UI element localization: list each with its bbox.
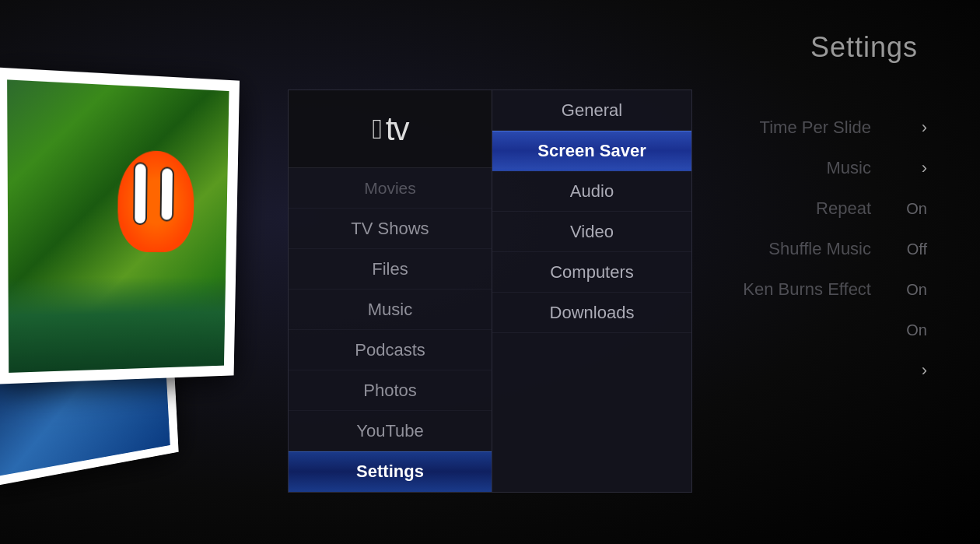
tv-label: tv <box>386 111 408 148</box>
bg-menu-labels: Time Per Slide Music Repeat Shuffle Musi… <box>743 107 871 310</box>
nav-item-files[interactable]: Files <box>289 249 492 290</box>
nav-item-music[interactable]: Music <box>289 290 492 330</box>
arrow-1: › <box>906 107 927 148</box>
submenu-item-downloads[interactable]: Downloads <box>492 293 691 333</box>
nav-item-podcasts[interactable]: Podcasts <box>289 330 492 370</box>
arrow-2: › <box>906 148 927 188</box>
status-off: Off <box>906 229 927 269</box>
apple-tv-logo:  tv <box>289 90 492 168</box>
bg-label-music: Music <box>743 148 871 188</box>
bg-label-time-per-slide: Time Per Slide <box>743 107 871 148</box>
bg-status-values: › › On Off On On › <box>906 107 927 391</box>
page-title: Settings <box>810 31 918 64</box>
bg-label-shuffle: Shuffle Music <box>743 229 871 269</box>
anemone-decoration <box>9 276 226 373</box>
nav-item-tvshows[interactable]: TV Shows <box>289 209 492 249</box>
nav-panel:  tv Movies TV Shows Files Music Podcast… <box>288 89 492 493</box>
arrow-3: › <box>906 350 927 391</box>
photo-frame-primary <box>0 67 240 384</box>
status-on-2: On <box>906 269 927 310</box>
submenu-item-audio[interactable]: Audio <box>492 171 691 212</box>
apple-icon:  <box>373 113 383 146</box>
bg-label-ken-burns: Ken Burns Effect <box>743 269 871 310</box>
photo-frame-container <box>0 49 269 456</box>
menu-container:  tv Movies TV Shows Files Music Podcast… <box>288 89 692 493</box>
submenu-item-video[interactable]: Video <box>492 212 691 252</box>
submenu-item-screen-saver[interactable]: Screen Saver <box>492 131 691 171</box>
status-on-3: On <box>906 310 927 350</box>
bg-label-repeat: Repeat <box>743 188 871 229</box>
nav-item-settings[interactable]: Settings <box>289 451 492 492</box>
submenu-panel: General Screen Saver Audio Video Compute… <box>492 89 692 493</box>
status-on-1: On <box>906 188 927 229</box>
clownfish-decoration <box>106 133 206 260</box>
submenu-item-computers[interactable]: Computers <box>492 252 691 293</box>
nav-item-photos[interactable]: Photos <box>289 370 492 411</box>
nav-item-youtube[interactable]: YouTube <box>289 411 492 451</box>
photo-primary-image <box>7 79 229 373</box>
submenu-item-general[interactable]: General <box>492 90 691 131</box>
nav-item-movies[interactable]: Movies <box>289 168 492 209</box>
